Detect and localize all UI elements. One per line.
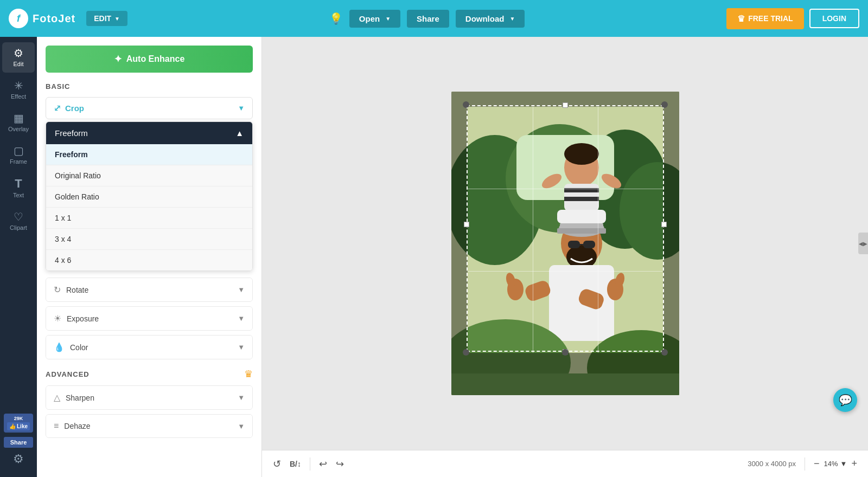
color-chevron-icon: ▼ [238, 343, 245, 351]
rotate-accordion: ↻ Rotate ▼ [46, 278, 253, 302]
svg-rect-31 [557, 210, 606, 223]
photo-background [451, 92, 679, 395]
overlay-icon: ▦ [14, 113, 24, 124]
bw-button[interactable]: B/↕ [290, 460, 301, 468]
crop-icon: ⤢ [54, 103, 61, 113]
sidebar-item-clipart[interactable]: ♡ Clipart [2, 206, 35, 236]
advanced-label: ADVANCED [46, 370, 90, 378]
zoom-out-button[interactable]: − [814, 458, 820, 469]
right-panel-toggle[interactable]: ◀▶ [858, 233, 868, 254]
rotate-icon: ↻ [54, 285, 61, 295]
panel-toggle-icon: ◀▶ [859, 241, 867, 247]
main-layout: ⚙ Edit ✳ Effect ▦ Overlay ▢ Frame T Text… [0, 37, 868, 477]
zoom-in-button[interactable]: + [851, 458, 857, 469]
color-accordion: 💧 Color ▼ [46, 335, 253, 359]
free-trial-button[interactable]: ♛ FREE TRIAL [726, 8, 803, 29]
svg-rect-16 [557, 228, 606, 234]
rotate-accordion-header[interactable]: ↻ Rotate ▼ [46, 278, 252, 301]
fb-like-button[interactable]: 👍 Like [7, 422, 30, 430]
advanced-section: ADVANCED ♛ △ Sharpen ▼ ≡ Dehaz [46, 368, 253, 438]
chat-fab[interactable]: 💬 [833, 388, 857, 412]
settings-icon[interactable]: ⚙ [13, 452, 24, 466]
facebook-like-widget[interactable]: 29K 👍 Like [4, 414, 33, 433]
zoom-controls: − 14% ▼ + [814, 458, 857, 469]
dehaze-chevron-icon: ▼ [238, 422, 245, 430]
image-container[interactable] [451, 92, 679, 395]
download-arrow-icon: ▼ [509, 16, 515, 22]
sidebar-item-frame[interactable]: ▢ Frame [2, 140, 35, 170]
sidebar-item-edit[interactable]: ⚙ Edit [2, 42, 35, 73]
crop-option-original[interactable]: Original Ratio [46, 165, 252, 186]
svg-rect-19 [583, 241, 595, 248]
exposure-accordion: ☀ Exposure ▼ [46, 306, 253, 331]
crop-option-golden[interactable]: Golden Ratio [46, 186, 252, 208]
sidebar-item-text[interactable]: T Text [2, 172, 35, 204]
crop-option-4x6[interactable]: 4 x 6 [46, 250, 252, 270]
crop-option-3x4[interactable]: 3 x 4 [46, 229, 252, 250]
logo-icon: f [9, 9, 28, 28]
crop-chevron-icon: ▼ [238, 104, 245, 112]
sharpen-accordion: △ Sharpen ▼ [46, 385, 253, 410]
sidebar-item-overlay[interactable]: ▦ Overlay [2, 107, 35, 138]
svg-rect-30 [451, 373, 679, 395]
crop-dropdown-header[interactable]: Freeform ▲ [46, 122, 252, 144]
logo-area: f FotoJet [9, 9, 75, 28]
login-button[interactable]: LOGIN [809, 9, 859, 28]
svg-rect-10 [564, 197, 599, 201]
advanced-crown-icon: ♛ [244, 368, 253, 380]
text-icon: T [15, 178, 22, 190]
bottom-divider-1 [310, 457, 310, 470]
refresh-button[interactable]: ↺ [273, 458, 281, 470]
share-button[interactable]: Share [407, 10, 449, 28]
frame-icon: ▢ [14, 145, 24, 156]
dehaze-icon: ≡ [54, 421, 59, 431]
svg-rect-9 [564, 188, 599, 192]
image-size-label: 3000 x 4000 px [748, 460, 796, 468]
crop-option-freeform[interactable]: Freeform [46, 144, 252, 165]
open-button[interactable]: Open ▼ [349, 10, 400, 28]
crop-dropdown-trigger[interactable]: ⤢ Crop ▼ [46, 97, 253, 119]
zoom-chevron-icon: ▼ [840, 460, 847, 468]
exposure-icon: ☀ [54, 313, 61, 324]
sharpen-accordion-header[interactable]: △ Sharpen ▼ [46, 386, 252, 409]
svg-rect-18 [568, 241, 580, 248]
exposure-chevron-icon: ▼ [238, 314, 245, 323]
color-accordion-header[interactable]: 💧 Color ▼ [46, 336, 252, 359]
photo-svg [451, 92, 679, 395]
canvas-area: ◀▶ 💬 ↺ B/↕ ↩ ↪ 3000 x 4000 px − 14% ▼ [262, 37, 868, 477]
sidebar-bottom: 29K 👍 Like Share ⚙ [4, 414, 33, 472]
sidebar-item-effect[interactable]: ✳ Effect [2, 75, 35, 105]
dehaze-accordion-header[interactable]: ≡ Dehaze ▼ [46, 415, 252, 437]
svg-point-7 [564, 143, 599, 165]
canvas-main: ◀▶ 💬 [262, 37, 868, 450]
top-right-actions: ♛ FREE TRIAL LOGIN [726, 8, 859, 29]
dehaze-accordion: ≡ Dehaze ▼ [46, 414, 253, 438]
crop-dropdown-collapse-icon: ▲ [235, 128, 244, 138]
exposure-accordion-header[interactable]: ☀ Exposure ▼ [46, 307, 252, 330]
edit-dropdown-button[interactable]: EDIT [86, 11, 127, 26]
open-arrow-icon: ▼ [385, 16, 391, 22]
download-button[interactable]: Download ▼ [456, 10, 525, 28]
bulb-icon[interactable]: 💡 [329, 12, 343, 25]
fb-share-button[interactable]: Share [4, 437, 33, 448]
rotate-chevron-icon: ▼ [238, 286, 245, 294]
chat-icon: 💬 [839, 394, 852, 407]
photo-placeholder [451, 92, 679, 395]
bottom-bar: ↺ B/↕ ↩ ↪ 3000 x 4000 px − 14% ▼ + [262, 450, 868, 477]
color-icon: 💧 [54, 342, 65, 352]
auto-enhance-button[interactable]: ✦ Auto Enhance [46, 46, 253, 73]
crop-dropdown: Freeform ▲ Freeform Original Ratio Golde… [46, 121, 253, 271]
clipart-icon: ♡ [14, 211, 23, 222]
redo-button[interactable]: ↪ [336, 458, 344, 470]
top-center-actions: 💡 Open ▼ Share Download ▼ [329, 10, 525, 28]
top-bar: f FotoJet EDIT 💡 Open ▼ Share Download ▼… [0, 0, 868, 37]
basic-section-label: BASIC [46, 82, 253, 91]
effect-icon: ✳ [14, 80, 23, 91]
enhance-icon: ✦ [114, 53, 122, 65]
undo-button[interactable]: ↩ [319, 458, 327, 470]
app-name: FotoJet [33, 12, 75, 25]
sharpen-chevron-icon: ▼ [238, 394, 245, 402]
crop-header-left: ⤢ Crop [54, 103, 84, 113]
crop-option-1x1[interactable]: 1 x 1 [46, 208, 252, 229]
zoom-value-display: 14% ▼ [824, 460, 847, 468]
